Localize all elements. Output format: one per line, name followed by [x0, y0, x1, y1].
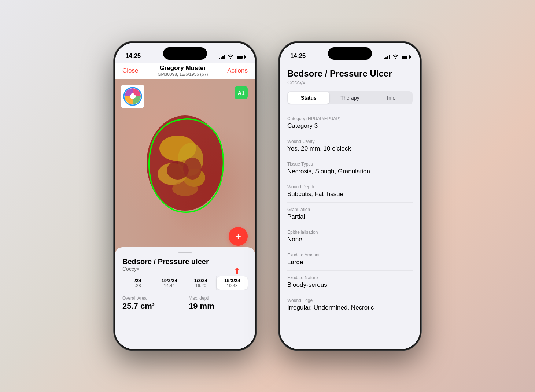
wound-image: A1 [115, 79, 255, 255]
tab-therapy[interactable]: Therapy [329, 92, 371, 104]
status-icons-1 [219, 54, 245, 60]
tab-bar: Status Therapy Info [287, 91, 413, 104]
share-icon[interactable]: ⬆ [234, 266, 240, 276]
detail-title: Bedsore / Pressure Ulcer [287, 69, 413, 79]
area-label: Overall Area [122, 296, 181, 301]
label-exudate-amount: Exudate Amount [287, 252, 413, 258]
time-1: 14:25 [125, 52, 141, 60]
value-wound-edge: Irregular, Undermined, Necrotic [287, 304, 413, 311]
row-tissue-types: Tissue Types Necrosis, Slough, Granulati… [287, 157, 413, 180]
detail-subtitle: Coccyx [287, 79, 413, 85]
date-item-1[interactable]: 19/2/24 14:44 [154, 276, 185, 290]
nav-title-block: Gregory Muster GM30098, 12/6/1956 (67) [158, 64, 208, 77]
battery-icon-2 [401, 55, 410, 59]
value-wound-cavity: Yes, 20 mm, 10 o'clock [287, 145, 413, 152]
label-wound-cavity: Wound Cavity [287, 139, 413, 144]
wound-location: Coccyx [122, 266, 248, 272]
date-item-0[interactable]: /24 :28 [122, 276, 154, 290]
row-epithelialisation: Epithelialisation None [287, 225, 413, 248]
label-tissue-types: Tissue Types [287, 162, 413, 167]
wifi-icon-2 [392, 54, 398, 60]
dynamic-island-1 [163, 47, 207, 60]
wifi-icon-1 [228, 54, 233, 60]
date-row: /24 :28 19/2/24 14:44 1/3/24 16:20 15/3/… [122, 276, 248, 290]
value-epithelialisation: None [287, 236, 413, 243]
detail-content: Bedsore / Pressure Ulcer Coccyx Status T… [280, 63, 420, 349]
svg-point-12 [183, 158, 202, 180]
signal-bars-1 [219, 55, 225, 59]
label-category: Category (NPUAP/EPUAP) [287, 116, 413, 121]
patient-name: Gregory Muster [158, 64, 208, 72]
stat-area: Overall Area 25.7 cm² [122, 296, 181, 311]
label-wound-edge: Wound Edge [287, 298, 413, 303]
value-category: Category 3 [287, 122, 413, 130]
stat-depth: Max. depth 19 mm [189, 296, 248, 311]
label-wound-depth: Wound Depth [287, 184, 413, 189]
label-exudate-nature: Exudate Nature [287, 275, 413, 280]
phone-1: 14:25 Close Gregory Muster [114, 41, 257, 351]
tab-status[interactable]: Status [288, 92, 329, 104]
date-item-2[interactable]: 1/3/24 16:20 [185, 276, 217, 290]
sheet-handle [178, 252, 192, 253]
dynamic-island-2 [328, 47, 372, 60]
row-wound-cavity: Wound Cavity Yes, 20 mm, 10 o'clock [287, 134, 413, 157]
depth-label: Max. depth [189, 296, 248, 301]
value-granulation: Partial [287, 213, 413, 221]
label-epithelialisation: Epithelialisation [287, 230, 413, 235]
row-exudate-amount: Exudate Amount Large [287, 248, 413, 271]
wound-outline [134, 101, 236, 225]
time-2: 14:25 [290, 52, 306, 60]
signal-bars-2 [384, 55, 390, 59]
a1-badge: A1 [235, 86, 248, 99]
value-wound-depth: Subcutis, Fat Tissue [287, 191, 413, 198]
area-value: 25.7 cm² [122, 302, 181, 311]
row-granulation: Granulation Partial [287, 203, 413, 225]
value-exudate-amount: Large [287, 259, 413, 266]
svg-point-10 [172, 181, 198, 196]
row-wound-depth: Wound Depth Subcutis, Fat Tissue [287, 180, 413, 203]
row-wound-edge: Wound Edge Irregular, Undermined, Necrot… [287, 293, 413, 316]
actions-button[interactable]: Actions [227, 67, 248, 74]
battery-icon-1 [236, 55, 245, 59]
label-granulation: Granulation [287, 207, 413, 212]
phone-2: 14:25 Bedsore / Pressure Ulcer Coccyx [278, 41, 421, 351]
close-button[interactable]: Close [122, 67, 138, 74]
bottom-sheet: Bedsore / Pressure ulcer Coccyx ⬆ /24 :2… [115, 247, 255, 349]
depth-value: 19 mm [189, 302, 248, 311]
stats-row: Overall Area 25.7 cm² Max. depth 19 mm [122, 296, 248, 311]
tab-info[interactable]: Info [370, 92, 412, 104]
row-category: Category (NPUAP/EPUAP) Category 3 [287, 112, 413, 134]
value-tissue-types: Necrosis, Slough, Granulation [287, 168, 413, 175]
date-item-3[interactable]: 15/3/24 10:43 [217, 276, 248, 290]
value-exudate-nature: Bloody-serous [287, 281, 413, 289]
add-button[interactable]: + [229, 227, 248, 246]
status-icons-2 [384, 54, 410, 60]
row-exudate-nature: Exudate Nature Bloody-serous [287, 271, 413, 293]
wound-title: Bedsore / Pressure ulcer [122, 258, 248, 266]
detail-list: Category (NPUAP/EPUAP) Category 3 Wound … [287, 112, 413, 349]
patient-id: GM30098, 12/6/1956 (67) [158, 72, 208, 77]
nav-bar: Close Gregory Muster GM30098, 12/6/1956 … [115, 63, 255, 79]
svg-point-4 [132, 96, 133, 97]
